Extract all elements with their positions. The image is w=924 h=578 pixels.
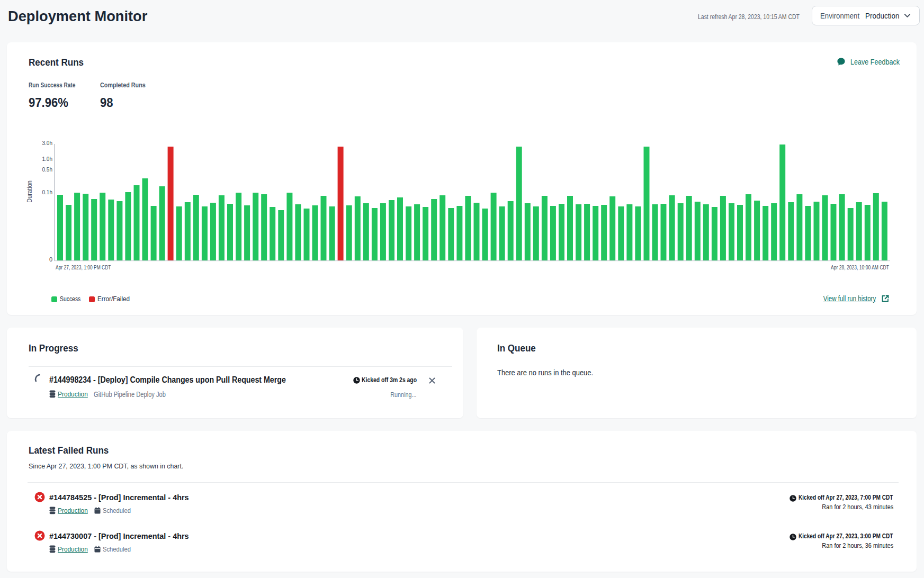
svg-text:0.1h: 0.1h (42, 189, 53, 195)
svg-text:Apr 27, 2023, 1:00 PM CDT: Apr 27, 2023, 1:00 PM CDT (56, 264, 111, 270)
svg-text:0: 0 (49, 256, 52, 263)
svg-text:Apr 28, 2023, 10:00 AM CDT: Apr 28, 2023, 10:00 AM CDT (831, 264, 889, 270)
svg-text:Duration: Duration (26, 180, 33, 203)
svg-text:0.5h: 0.5h (42, 166, 53, 173)
svg-text:1.0h: 1.0h (42, 156, 53, 162)
svg-text:3.0h: 3.0h (42, 140, 53, 146)
